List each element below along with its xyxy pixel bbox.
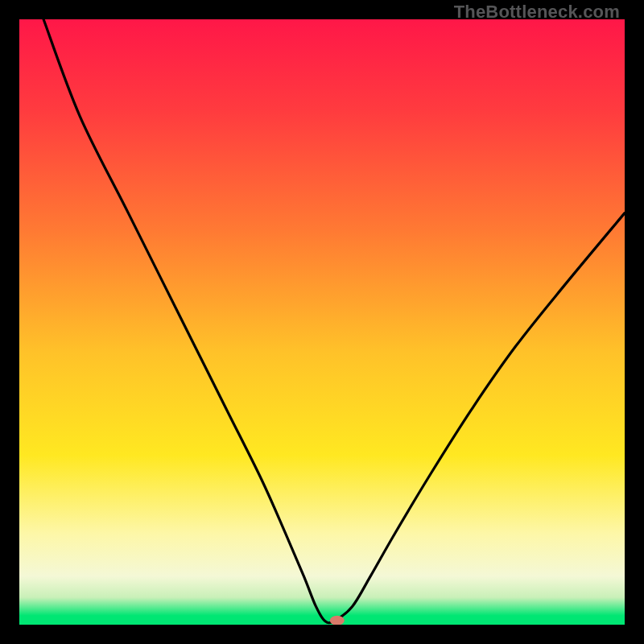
plot-area [19, 19, 625, 625]
chart-frame: TheBottleneck.com [0, 0, 644, 644]
chart-svg [19, 19, 625, 625]
